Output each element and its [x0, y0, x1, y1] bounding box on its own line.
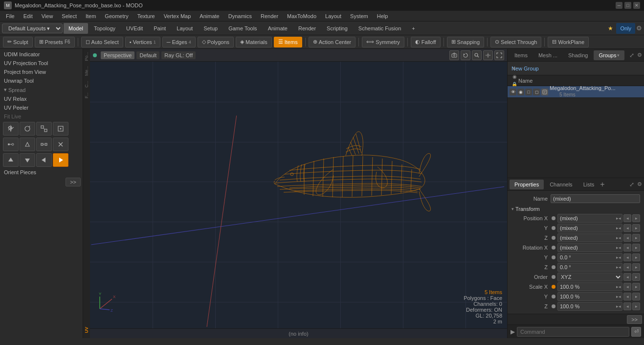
- menu-animate[interactable]: Animate: [196, 12, 223, 20]
- tab-channels[interactable]: Channels: [545, 180, 577, 189]
- group-row-megalodon[interactable]: 👁 ◉ □ ◻ Megalodon_Attacking_Po... 5 Item…: [508, 86, 644, 98]
- menu-texture[interactable]: Texture: [133, 12, 159, 20]
- scale-z-next-btn[interactable]: ▸: [632, 302, 640, 310]
- order-prev-btn[interactable]: ◂: [623, 273, 631, 281]
- fit-live-tool[interactable]: Fit Live: [1, 112, 82, 121]
- strip-label-uv[interactable]: UV: [84, 325, 89, 335]
- position-x-prev-btn[interactable]: ◂: [623, 214, 631, 222]
- tab-uvedit[interactable]: UVEdit: [121, 23, 148, 34]
- expand-button[interactable]: >>: [66, 178, 81, 186]
- row-wire-icon[interactable]: ◻: [533, 89, 540, 95]
- viewport-default-label[interactable]: Default: [136, 51, 159, 59]
- window-controls[interactable]: ─ □ ✕: [616, 2, 640, 9]
- tab-layout[interactable]: Layout: [172, 23, 198, 34]
- tab-groups[interactable]: Groups ▾: [594, 50, 624, 60]
- tab-setup[interactable]: Setup: [199, 23, 222, 34]
- layout-dropdown[interactable]: Default Layouts ▾: [2, 23, 63, 33]
- row-lock-icon[interactable]: □: [525, 89, 532, 95]
- position-y-next-btn[interactable]: ▸: [632, 224, 640, 232]
- order-next-btn[interactable]: ▸: [632, 273, 640, 281]
- rotation-x-prev-btn[interactable]: ◂: [623, 244, 631, 252]
- settings-gear-icon[interactable]: ⚙: [636, 24, 642, 32]
- position-x-next-btn[interactable]: ▸: [632, 214, 640, 222]
- props-scroll-btn[interactable]: >>: [627, 315, 642, 324]
- cmd-run-button[interactable]: ⏎: [631, 327, 641, 337]
- viewport-perspective-label[interactable]: Perspective: [101, 51, 134, 59]
- menu-view[interactable]: View: [38, 12, 57, 20]
- menu-vertex-map[interactable]: Vertex Map: [160, 12, 195, 20]
- menu-layout[interactable]: Layout: [321, 12, 345, 20]
- menu-render[interactable]: Render: [257, 12, 282, 20]
- bridge-icon[interactable]: [36, 138, 52, 151]
- scale-tool-icon[interactable]: [36, 122, 52, 136]
- uv-peeler-tool[interactable]: UV Peeler: [1, 103, 82, 112]
- command-input[interactable]: [517, 327, 629, 337]
- viewport-maximize-icon[interactable]: [494, 50, 504, 60]
- arrow-left-icon[interactable]: [36, 153, 52, 167]
- rotation-y-prev-btn[interactable]: ◂: [623, 253, 631, 261]
- tab-topology[interactable]: Topology: [89, 23, 120, 34]
- eye-icon[interactable]: 👁: [511, 65, 518, 73]
- rotation-z-prev-btn[interactable]: ◂: [623, 263, 631, 271]
- rotation-z-value[interactable]: 0.0 °▸◂: [557, 263, 622, 272]
- scale-y-prev-btn[interactable]: ◂: [623, 293, 631, 300]
- menu-geometry[interactable]: Geometry: [101, 12, 132, 20]
- snapping-button[interactable]: ⊞ Snapping: [447, 37, 485, 47]
- render-icon[interactable]: ◉: [511, 73, 518, 81]
- strip-label-po[interactable]: Po...: [84, 50, 89, 63]
- panel-expand-icon[interactable]: ⤢: [629, 52, 634, 59]
- menu-help[interactable]: Help: [373, 12, 392, 20]
- remove-icon[interactable]: [53, 138, 68, 151]
- select-through-button[interactable]: ⊙ Select Through: [490, 37, 541, 47]
- vertices-button[interactable]: • Vertices 1: [125, 37, 160, 47]
- menu-edit[interactable]: Edit: [20, 12, 37, 20]
- sculpt-button[interactable]: ✏ Sculpt: [3, 37, 33, 47]
- workplane-button[interactable]: ⊟ WorkPlane: [548, 37, 589, 47]
- spread-section[interactable]: ▾ Spread: [1, 85, 82, 94]
- close-button[interactable]: ✕: [633, 2, 640, 9]
- tab-render[interactable]: Render: [293, 23, 321, 34]
- auto-select-button[interactable]: ◻ Auto Select: [81, 37, 123, 47]
- scale-z-prev-btn[interactable]: ◂: [623, 302, 631, 310]
- menu-maxtomodo[interactable]: MaxToModo: [283, 12, 320, 20]
- items-button[interactable]: ☰ Items: [274, 37, 302, 47]
- rotation-y-value[interactable]: 0.0 °▸◂: [557, 253, 622, 262]
- strip-label-me[interactable]: Me...: [84, 64, 89, 78]
- props-settings-icon[interactable]: ⚙: [637, 181, 642, 187]
- uv-projection-tool[interactable]: UV Projection Tool: [1, 59, 82, 68]
- arrow-right-icon[interactable]: [53, 153, 68, 167]
- position-z-prev-btn[interactable]: ◂: [623, 234, 631, 242]
- uv-relax-tool[interactable]: UV Relax: [1, 94, 82, 103]
- row-eye-icon[interactable]: 👁: [510, 89, 516, 95]
- tab-animate[interactable]: Animate: [263, 23, 292, 34]
- tab-lists[interactable]: Lists: [578, 180, 600, 189]
- arrow-down-icon[interactable]: [20, 153, 35, 167]
- row-render-icon[interactable]: ◉: [517, 89, 524, 95]
- scale-x-next-btn[interactable]: ▸: [632, 283, 640, 291]
- viewport-refresh-icon[interactable]: [461, 50, 470, 60]
- tab-paint[interactable]: Paint: [149, 23, 171, 34]
- tab-scripting[interactable]: Scripting: [322, 23, 353, 34]
- viewport-canvas[interactable]: X Y Z 5 Items Polygons : Face Channels: …: [90, 62, 507, 338]
- viewport[interactable]: Perspective Default Ray GL: Off: [90, 49, 507, 338]
- menu-file[interactable]: File: [2, 12, 19, 20]
- menu-system[interactable]: System: [346, 12, 372, 20]
- position-z-value[interactable]: (mixed)▸◂: [557, 233, 622, 242]
- scale-x-prev-btn[interactable]: ◂: [623, 283, 631, 291]
- props-expand-icon[interactable]: ⤢: [629, 181, 634, 188]
- rotation-z-next-btn[interactable]: ▸: [632, 263, 640, 271]
- edge-bevel-icon[interactable]: [20, 138, 35, 151]
- menu-select[interactable]: Select: [58, 12, 81, 20]
- rotation-y-next-btn[interactable]: ▸: [632, 253, 640, 261]
- transform-tool-icon[interactable]: [53, 122, 68, 136]
- tab-schematic-fusion[interactable]: Schematic Fusion: [354, 23, 406, 34]
- presets-button[interactable]: ⊞ Presets F6: [35, 37, 75, 47]
- menu-dynamics[interactable]: Dynamics: [224, 12, 256, 20]
- polygons-button[interactable]: ◇ Polygons: [198, 37, 234, 47]
- rotation-x-value[interactable]: (mixed)▸◂: [557, 243, 622, 252]
- symmetry-button[interactable]: ⟺ Symmetry: [362, 37, 404, 47]
- edges-button[interactable]: ─ Edges 4: [162, 37, 196, 47]
- rotate-tool-icon[interactable]: [20, 122, 35, 136]
- viewport-settings-icon[interactable]: [483, 50, 493, 60]
- vertex-slide-icon[interactable]: [3, 138, 19, 151]
